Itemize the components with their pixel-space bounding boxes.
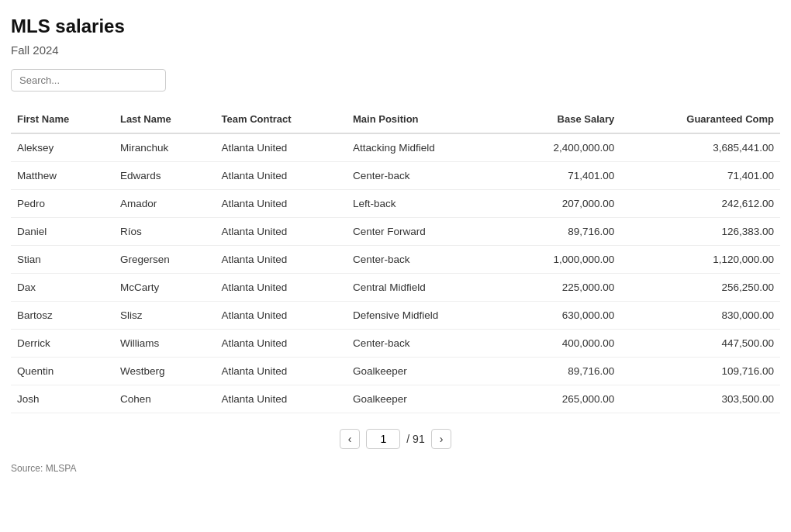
cell-team-contract: Atlanta United bbox=[216, 190, 347, 218]
col-header-base-salary: Base Salary bbox=[503, 107, 621, 133]
cell-guaranteed-comp: 303,500.00 bbox=[620, 385, 780, 413]
cell-base-salary: 71,401.00 bbox=[503, 162, 621, 190]
cell-team-contract: Atlanta United bbox=[216, 162, 347, 190]
search-container bbox=[11, 69, 780, 92]
table-row: BartoszSliszAtlanta UnitedDefensive Midf… bbox=[11, 302, 780, 330]
table-row: DanielRíosAtlanta UnitedCenter Forward89… bbox=[11, 218, 780, 246]
col-header-first-name: First Name bbox=[11, 107, 114, 133]
cell-team-contract: Atlanta United bbox=[216, 133, 347, 162]
col-header-last-name: Last Name bbox=[114, 107, 216, 133]
pagination: ‹ / 91 › bbox=[11, 429, 780, 449]
cell-first-name: Derrick bbox=[11, 330, 114, 358]
cell-base-salary: 89,716.00 bbox=[503, 218, 621, 246]
cell-base-salary: 630,000.00 bbox=[503, 302, 621, 330]
cell-main-position: Left-back bbox=[347, 190, 503, 218]
table-row: JoshCohenAtlanta UnitedGoalkeeper265,000… bbox=[11, 385, 780, 413]
cell-first-name: Aleksey bbox=[11, 133, 114, 162]
cell-last-name: Edwards bbox=[114, 162, 216, 190]
page-number-input[interactable] bbox=[366, 429, 400, 449]
cell-first-name: Matthew bbox=[11, 162, 114, 190]
cell-last-name: Ríos bbox=[114, 218, 216, 246]
cell-guaranteed-comp: 830,000.00 bbox=[620, 302, 780, 330]
cell-main-position: Goalkeeper bbox=[347, 358, 503, 385]
page-title: MLS salaries bbox=[11, 16, 780, 37]
cell-first-name: Quentin bbox=[11, 358, 114, 385]
cell-last-name: Westberg bbox=[114, 358, 216, 385]
cell-main-position: Attacking Midfield bbox=[347, 133, 503, 162]
table-row: QuentinWestbergAtlanta UnitedGoalkeeper8… bbox=[11, 358, 780, 385]
cell-main-position: Central Midfield bbox=[347, 274, 503, 302]
cell-base-salary: 400,000.00 bbox=[503, 330, 621, 358]
page-total: / 91 bbox=[406, 433, 424, 445]
cell-base-salary: 207,000.00 bbox=[503, 190, 621, 218]
col-header-main-position: Main Position bbox=[347, 107, 503, 133]
table-header-row: First Name Last Name Team Contract Main … bbox=[11, 107, 780, 133]
cell-guaranteed-comp: 3,685,441.00 bbox=[620, 133, 780, 162]
cell-base-salary: 1,000,000.00 bbox=[503, 246, 621, 274]
cell-team-contract: Atlanta United bbox=[216, 302, 347, 330]
cell-last-name: Cohen bbox=[114, 385, 216, 413]
cell-base-salary: 2,400,000.00 bbox=[503, 133, 621, 162]
cell-last-name: McCarty bbox=[114, 274, 216, 302]
cell-last-name: Miranchuk bbox=[114, 133, 216, 162]
cell-team-contract: Atlanta United bbox=[216, 330, 347, 358]
cell-first-name: Dax bbox=[11, 274, 114, 302]
cell-last-name: Slisz bbox=[114, 302, 216, 330]
cell-team-contract: Atlanta United bbox=[216, 385, 347, 413]
cell-first-name: Daniel bbox=[11, 218, 114, 246]
cell-base-salary: 265,000.00 bbox=[503, 385, 621, 413]
cell-main-position: Center Forward bbox=[347, 218, 503, 246]
cell-last-name: Williams bbox=[114, 330, 216, 358]
cell-guaranteed-comp: 256,250.00 bbox=[620, 274, 780, 302]
cell-guaranteed-comp: 1,120,000.00 bbox=[620, 246, 780, 274]
cell-guaranteed-comp: 71,401.00 bbox=[620, 162, 780, 190]
cell-base-salary: 225,000.00 bbox=[503, 274, 621, 302]
prev-page-button[interactable]: ‹ bbox=[340, 429, 361, 449]
cell-last-name: Gregersen bbox=[114, 246, 216, 274]
source-text: Source: MLSPA bbox=[11, 463, 780, 474]
cell-guaranteed-comp: 126,383.00 bbox=[620, 218, 780, 246]
table-row: DaxMcCartyAtlanta UnitedCentral Midfield… bbox=[11, 274, 780, 302]
cell-first-name: Josh bbox=[11, 385, 114, 413]
cell-team-contract: Atlanta United bbox=[216, 358, 347, 385]
cell-guaranteed-comp: 447,500.00 bbox=[620, 330, 780, 358]
col-header-guaranteed-comp: Guaranteed Comp bbox=[620, 107, 780, 133]
cell-main-position: Center-back bbox=[347, 162, 503, 190]
table-row: PedroAmadorAtlanta UnitedLeft-back207,00… bbox=[11, 190, 780, 218]
cell-guaranteed-comp: 242,612.00 bbox=[620, 190, 780, 218]
cell-team-contract: Atlanta United bbox=[216, 218, 347, 246]
cell-guaranteed-comp: 109,716.00 bbox=[620, 358, 780, 385]
table-row: DerrickWilliamsAtlanta UnitedCenter-back… bbox=[11, 330, 780, 358]
cell-main-position: Defensive Midfield bbox=[347, 302, 503, 330]
table-row: AlekseyMiranchukAtlanta UnitedAttacking … bbox=[11, 133, 780, 162]
cell-first-name: Pedro bbox=[11, 190, 114, 218]
cell-main-position: Center-back bbox=[347, 246, 503, 274]
subtitle: Fall 2024 bbox=[11, 43, 780, 57]
cell-first-name: Bartosz bbox=[11, 302, 114, 330]
next-page-button[interactable]: › bbox=[431, 429, 452, 449]
cell-team-contract: Atlanta United bbox=[216, 246, 347, 274]
salary-table: First Name Last Name Team Contract Main … bbox=[11, 107, 780, 413]
cell-first-name: Stian bbox=[11, 246, 114, 274]
cell-base-salary: 89,716.00 bbox=[503, 358, 621, 385]
cell-team-contract: Atlanta United bbox=[216, 274, 347, 302]
table-row: StianGregersenAtlanta UnitedCenter-back1… bbox=[11, 246, 780, 274]
cell-last-name: Amador bbox=[114, 190, 216, 218]
col-header-team-contract: Team Contract bbox=[216, 107, 347, 133]
table-row: MatthewEdwardsAtlanta UnitedCenter-back7… bbox=[11, 162, 780, 190]
cell-main-position: Goalkeeper bbox=[347, 385, 503, 413]
search-input[interactable] bbox=[11, 69, 166, 92]
cell-main-position: Center-back bbox=[347, 330, 503, 358]
